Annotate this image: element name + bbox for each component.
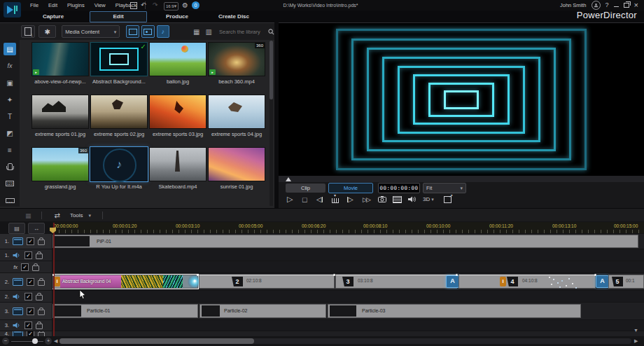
scroll-right-icon[interactable]: ▶ [634,338,638,344]
timeline-clip-3[interactable]: 3 03:10:8 [335,275,457,289]
track-enable-checkbox[interactable] [24,251,32,259]
fast-forward-button[interactable] [363,194,370,205]
selection-handle[interactable] [594,274,596,276]
timeline-clip-5[interactable]: 5 00:1 [608,275,644,289]
track-manager-button[interactable] [8,223,25,234]
filter-photo-button[interactable] [141,25,155,38]
sidebar-item-title-room[interactable]: T [4,110,16,123]
timeline-clip-particle-03[interactable]: Particle-03 [328,304,581,318]
grid-view-icon[interactable] [193,28,200,36]
playhead-line[interactable] [53,223,55,336]
track-header-video-2[interactable]: 2. [0,273,52,290]
zoom-in-button[interactable]: + [45,338,52,345]
crossfade-icon[interactable] [55,212,60,219]
track-lane-video-4[interactable] [52,331,644,336]
restore-icon[interactable] [624,3,629,8]
media-item[interactable]: extreme sports 01.jpg [31,95,90,137]
plugins-button[interactable] [38,25,56,38]
zoom-fit-dropdown[interactable]: Fit [423,183,466,193]
tab-edit[interactable]: Edit [90,11,147,22]
track-lane-fx[interactable] [52,261,644,272]
media-item[interactable]: extreme sports 04.jpg [207,95,266,137]
preview-seekbar[interactable] [279,176,644,182]
media-item[interactable]: extreme sports 03.jpg [148,95,207,137]
track-enable-checkbox[interactable] [27,237,34,245]
track-header-video-4[interactable]: 4. [0,331,52,336]
track-header-audio-2[interactable]: 2. [0,291,52,302]
threed-button[interactable]: 3D [423,194,434,205]
timeline-clip-4[interactable]: 4 04:10:8 [458,275,596,289]
timeline-clip-pip[interactable]: PiP-01 [52,235,638,248]
library-scrollbar-thumb[interactable] [270,41,273,99]
tab-produce[interactable]: Produce [153,11,202,22]
lock-icon[interactable] [38,240,45,245]
tab-capture[interactable]: Capture [32,11,74,22]
track-header-video-3[interactable]: 3. [0,303,52,319]
info-badge-icon[interactable] [54,277,60,286]
play-button[interactable] [287,194,293,205]
track-enable-checkbox[interactable] [27,307,34,315]
library-scrollbar[interactable] [270,41,273,206]
preview-video-stage[interactable] [279,23,644,176]
menu-edit[interactable]: Edit [43,0,62,11]
preview-timecode[interactable]: 00:00:00:00 [378,183,420,193]
timeline-clip-particle-02[interactable]: Particle-02 [200,304,326,318]
lock-icon[interactable] [32,265,39,271]
import-media-button[interactable] [21,25,35,38]
sidebar-item-chapter-room[interactable] [4,177,16,190]
sidebar-item-media-room[interactable] [4,43,16,55]
menu-view[interactable]: View [90,0,111,11]
track-enable-checkbox[interactable] [21,263,29,271]
transition-a-icon[interactable]: A [446,275,459,288]
media-item[interactable]: Skateboard.mp4 [148,147,207,190]
selection-handle[interactable] [197,274,199,276]
clip-mode-button[interactable]: Clip [286,184,326,193]
media-item[interactable]: extreme sports 02.jpg [90,95,148,137]
lock-icon[interactable] [38,280,45,286]
help-icon[interactable] [606,1,609,9]
notification-badge[interactable]: 0 [192,1,200,9]
sidebar-item-transition-room[interactable] [4,127,16,139]
track-lane-video-3[interactable]: Particle-01 Particle-02 Particle-03 [52,303,644,319]
timeline-clip-2[interactable]: 2 02:10:8 [199,275,335,289]
track-lane-video-2[interactable]: Abstract Background 04 2 02:10:8 3 03:10… [52,273,644,290]
media-item[interactable]: ✓ Abstract Background... [90,42,148,85]
track-lane-audio-1[interactable] [52,249,644,261]
track-enable-checkbox[interactable] [27,331,34,336]
stop-button[interactable] [302,194,307,205]
track-lane-audio-2[interactable] [52,291,644,302]
sidebar-item-voiceover-room[interactable] [4,160,16,173]
gear-icon[interactable]: ⚙ [182,1,188,10]
track-grid-icon[interactable] [25,212,31,219]
sidebar-item-audio-mixing-room[interactable] [4,144,16,156]
close-icon[interactable] [634,1,638,10]
media-item[interactable]: above-view-of-newp... [31,42,90,85]
save-icon[interactable] [130,2,137,9]
sidebar-item-pip-objects-room[interactable] [4,76,16,89]
library-content-dropdown[interactable]: Media Content [62,25,120,38]
sidebar-item-effect-room[interactable]: fx [4,60,16,72]
zoom-slider[interactable] [11,341,43,342]
menu-file[interactable]: File [25,0,43,11]
info-badge-icon[interactable] [500,277,506,286]
selection-handle[interactable] [333,274,335,276]
filter-video-button[interactable] [126,25,139,38]
chevron-down-icon[interactable] [89,212,92,219]
search-input[interactable] [218,28,267,36]
user-avatar-icon[interactable] [592,1,601,10]
minimize-icon[interactable] [614,6,619,7]
next-frame-button[interactable]: ▷ [347,194,354,205]
track-enable-checkbox[interactable] [24,321,32,329]
selection-handle[interactable] [456,274,458,276]
media-item[interactable]: 360 grassland.jpg [31,147,90,190]
timeline-clip-particle-01[interactable]: Particle-01 [52,304,198,318]
undock-preview-button[interactable] [444,194,451,205]
zoom-out-button[interactable]: − [2,338,9,345]
library-search[interactable] [218,28,274,36]
undo-icon[interactable]: ↶ [141,1,146,10]
sidebar-item-particle-room[interactable] [4,93,16,106]
track-header-fx[interactable]: fx [0,261,52,272]
transition-a-icon[interactable]: A [596,275,609,288]
filter-audio-button[interactable] [157,25,170,38]
media-item[interactable]: 360 beach 360.mp4 [207,42,266,85]
